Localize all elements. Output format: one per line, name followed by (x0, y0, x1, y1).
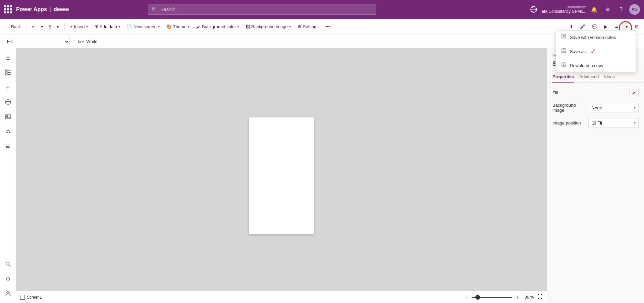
sidebar-item-media[interactable] (1, 110, 15, 123)
svg-rect-6 (8, 70, 11, 71)
add-data-icon: ⊞ (95, 24, 98, 29)
notifications-button[interactable]: 🔔 (589, 4, 600, 15)
tab-properties[interactable]: Properties (552, 71, 574, 83)
undo-button[interactable]: ↩ (29, 23, 38, 31)
background-image-row: Background image None ▾ (552, 103, 639, 113)
bg-image-icon: 🖼 (246, 24, 250, 29)
theme-label: Theme (173, 24, 186, 29)
svg-rect-3 (5, 70, 7, 71)
svg-rect-4 (5, 72, 7, 73)
image-position-row: Image position Fit ▾ (552, 118, 639, 128)
svg-rect-13 (6, 146, 9, 147)
sidebar-item-insert[interactable]: + (1, 81, 15, 94)
sidebar-item-tree-view[interactable] (1, 66, 15, 79)
undo-chevron[interactable]: ▾ (38, 23, 46, 31)
bg-image-value: None (592, 105, 602, 110)
insert-label: Insert (74, 24, 85, 29)
zoom-slider[interactable] (472, 297, 512, 298)
new-screen-icon: 📄 (127, 24, 132, 29)
sidebar-item-variables[interactable] (1, 140, 15, 153)
insert-chevron-icon: ▾ (86, 25, 88, 29)
property-select[interactable]: Fill (3, 37, 70, 46)
image-pos-chevron-icon: ▾ (634, 121, 636, 125)
divider-2 (64, 23, 65, 31)
theme-chevron-icon: ▾ (188, 25, 190, 29)
user-avatar[interactable]: AG (629, 4, 640, 15)
settings-button[interactable]: ⚙ (602, 4, 613, 15)
top-bar: Power Apps | deeee 🔍 Environment Tata Co… (0, 0, 644, 19)
add-data-button[interactable]: ⊞ Add data ▾ (92, 23, 123, 31)
background-color-button[interactable]: 🖌 Background color ▾ (194, 23, 241, 31)
formula-bar: Fill = fx ▾ White (0, 35, 644, 48)
bg-color-chevron-icon: ▾ (237, 25, 239, 29)
tab-advanced[interactable]: Advanced (579, 71, 599, 83)
divider-1 (26, 23, 26, 31)
background-image-button[interactable]: 🖼 Background image ▾ (243, 23, 293, 31)
settings-toolbar-button[interactable]: ⚙ Settings (295, 23, 321, 31)
fill-label: Fill (552, 90, 558, 95)
sidebar-bottom: ⚙ (1, 272, 15, 300)
svg-rect-20 (593, 122, 595, 124)
environment-icon (530, 6, 537, 13)
save-version-notes-item[interactable]: Save with version notes (556, 31, 636, 44)
download-copy-item[interactable]: Download a copy (556, 59, 636, 72)
zoom-number: 30 (525, 295, 529, 300)
help-button[interactable]: ? (616, 4, 627, 15)
publish-button[interactable]: ☁ (611, 23, 621, 31)
fx-label: fx (78, 39, 81, 44)
new-screen-chevron-icon: ▾ (158, 25, 160, 29)
zoom-out-button[interactable]: − (462, 293, 470, 301)
tab-ideas[interactable]: Ideas (604, 71, 615, 83)
sidebar-item-data[interactable] (1, 95, 15, 109)
top-right-actions: Environment Tata Consultancy Servic... 🔔… (530, 4, 640, 15)
zoom-unit: % (530, 295, 534, 300)
panel-tabs: Properties Advanced Ideas (547, 71, 644, 83)
background-image-dropdown[interactable]: None ▾ (589, 103, 639, 112)
background-color-label: Background color (202, 24, 236, 29)
more-options-button[interactable]: ⊞ (632, 23, 641, 31)
save-version-icon (561, 34, 567, 41)
paste-chevron[interactable]: ▾ (54, 23, 62, 31)
fill-color-button[interactable] (629, 88, 639, 97)
new-screen-button[interactable]: 📄 New screen ▾ (124, 23, 162, 31)
theme-button[interactable]: 🎨 Theme ▾ (164, 23, 192, 31)
sidebar-item-search[interactable] (1, 257, 15, 271)
download-copy-label: Download a copy (570, 63, 603, 68)
save-dropdown-button[interactable]: ▾ (623, 22, 631, 31)
waffle-icon[interactable] (4, 5, 12, 13)
background-image-label: Background image (251, 24, 287, 29)
search-input[interactable] (148, 4, 376, 15)
sidebar-item-power-automate[interactable] (1, 125, 15, 138)
insert-icon: + (70, 24, 73, 29)
fx-button[interactable]: fx ▾ (78, 39, 84, 44)
save-as-item[interactable]: Save as ✓ (556, 44, 636, 59)
back-button[interactable]: ← Back (3, 23, 23, 31)
new-screen-label: New screen (133, 24, 157, 29)
copy-button[interactable]: ⎘ (46, 23, 54, 31)
svg-point-9 (6, 100, 10, 102)
add-data-chevron-icon: ▾ (118, 25, 120, 29)
main-layout: ☰ + (0, 48, 644, 303)
insert-button[interactable]: + Insert ▾ (67, 23, 91, 31)
share-button[interactable]: ⬆ (567, 23, 576, 31)
zoom-in-button[interactable]: + (513, 293, 521, 301)
comment-button[interactable]: 💬 (589, 23, 600, 31)
canvas-screen[interactable] (249, 117, 314, 234)
environment-info[interactable]: Environment Tata Consultancy Servic... (540, 5, 586, 14)
right-panel: SCREEN ? Screen1 Properties Advanced Ide… (547, 48, 644, 303)
user-initials: AG (632, 7, 638, 12)
toolbar: ← Back ↩ ▾ ⎘ ▾ + Insert ▾ ⊞ Add data ▾ 📄… (0, 19, 644, 35)
zoom-value: 30 % (523, 295, 536, 300)
fx-chevron-icon: ▾ (82, 40, 84, 43)
sidebar-item-menu[interactable]: ☰ (1, 51, 15, 64)
sidebar-item-settings[interactable]: ⚙ (1, 272, 15, 286)
fit-icon (591, 120, 596, 125)
sidebar-item-user[interactable] (1, 287, 15, 300)
screen-name-bottom: Screen1 (27, 295, 42, 300)
more-button[interactable]: ••• (323, 23, 333, 31)
preview-button[interactable]: ▶ (601, 23, 610, 31)
image-position-dropdown[interactable]: Fit ▾ (588, 118, 639, 128)
audio-button[interactable]: 🎤 (577, 23, 588, 31)
fullscreen-button[interactable] (537, 294, 543, 300)
sidebar: ☰ + (0, 48, 16, 303)
